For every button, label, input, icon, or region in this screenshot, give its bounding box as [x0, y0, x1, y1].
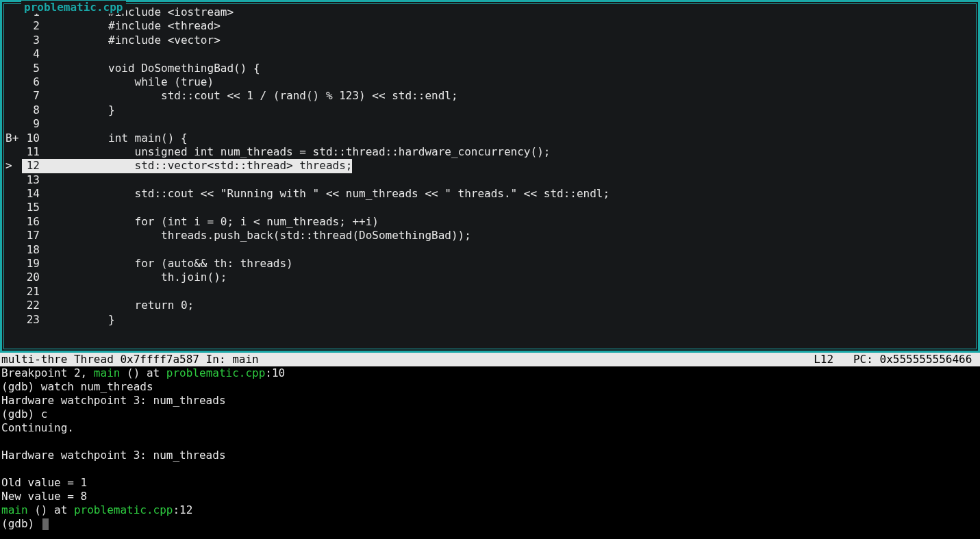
code-line[interactable]: >12 std::vector<std::thread> threads; [4, 159, 976, 173]
code-text: for (int i = 0; i < num_threads; ++i) [47, 215, 976, 229]
line-number: 18 [22, 243, 47, 257]
line-number: 20 [22, 271, 47, 284]
line-number: 13 [22, 173, 47, 187]
code-line[interactable]: 18 [4, 243, 976, 257]
gutter-mark [4, 103, 22, 117]
status-bar: multi-thre Thread 0x7ffff7a587 In: main … [0, 353, 980, 366]
gutter-mark [4, 257, 22, 271]
code-text: std::cout << "Running with " << num_thre… [47, 187, 976, 201]
line-number: 3 [22, 34, 47, 47]
code-text: for (auto&& th: threads) [47, 257, 976, 271]
code-text [47, 47, 976, 61]
gdb-line [1, 462, 979, 476]
source-pane: problematic.cpp 1#include <iostream>2#in… [0, 0, 980, 353]
code-text [47, 285, 976, 299]
gutter-mark [4, 243, 22, 257]
code-line[interactable]: 9 [4, 117, 976, 131]
gdb-line: Breakpoint 2, main () at problematic.cpp… [1, 366, 979, 380]
line-number: 23 [22, 313, 47, 327]
code-line[interactable]: 19 for (auto&& th: threads) [4, 257, 976, 271]
gutter-mark: B+ [4, 131, 22, 145]
line-number: 7 [22, 89, 47, 103]
gutter-mark [4, 19, 22, 33]
gutter-mark [4, 271, 22, 284]
line-number: 5 [22, 62, 47, 75]
code-text: threads.push_back(std::thread(DoSomethin… [47, 229, 976, 242]
code-line[interactable]: 6 while (true) [4, 75, 976, 89]
line-number: 2 [22, 19, 47, 33]
gutter-mark [4, 187, 22, 201]
code-line[interactable]: 20 th.join(); [4, 271, 976, 284]
code-line[interactable]: 17 threads.push_back(std::thread(DoSomet… [4, 229, 976, 242]
line-number: 14 [22, 187, 47, 201]
code-line[interactable]: 3#include <vector> [4, 34, 976, 47]
code-line[interactable]: 21 [4, 285, 976, 299]
gutter-mark [4, 229, 22, 242]
code-line[interactable]: 7 std::cout << 1 / (rand() % 123) << std… [4, 89, 976, 103]
line-number: 19 [22, 257, 47, 271]
gutter-mark [4, 285, 22, 299]
gutter-mark [4, 89, 22, 103]
code-line[interactable]: 14 std::cout << "Running with " << num_t… [4, 187, 976, 201]
gutter-mark [4, 299, 22, 312]
code-line[interactable]: 5void DoSomethingBad() { [4, 62, 976, 75]
line-number: 21 [22, 285, 47, 299]
line-number: 22 [22, 299, 47, 312]
line-number: 12 [22, 159, 47, 173]
gdb-line: Old value = 1 [1, 476, 979, 490]
gutter-mark [4, 62, 22, 75]
code-line[interactable]: 22 return 0; [4, 299, 976, 312]
code-line[interactable]: 13 [4, 173, 976, 187]
gutter-mark [4, 313, 22, 327]
gdb-line: Continuing. [1, 421, 979, 435]
code-text: } [47, 103, 976, 117]
code-line[interactable]: 1#include <iostream> [4, 5, 976, 19]
gutter-mark: > [4, 159, 22, 173]
code-text: unsigned int num_threads = std::thread::… [47, 145, 976, 159]
code-body[interactable]: 1#include <iostream>2#include <thread>3#… [4, 5, 976, 327]
line-number: 9 [22, 117, 47, 131]
code-text: #include <thread> [47, 19, 976, 33]
code-text: std::vector<std::thread> threads; [47, 159, 352, 173]
code-line[interactable]: 4 [4, 47, 976, 61]
gdb-prompt-line[interactable]: (gdb) [1, 517, 979, 531]
code-line[interactable]: 2#include <thread> [4, 19, 976, 33]
line-number: 6 [22, 75, 47, 89]
code-line[interactable]: 16 for (int i = 0; i < num_threads; ++i) [4, 215, 976, 229]
line-number: 16 [22, 215, 47, 229]
gutter-mark [4, 173, 22, 187]
gutter-mark [4, 5, 22, 19]
gutter-mark [4, 201, 22, 214]
gutter-mark [4, 145, 22, 159]
gdb-line: (gdb) c [1, 408, 979, 421]
line-number: 8 [22, 103, 47, 117]
gutter-mark [4, 75, 22, 89]
code-line[interactable]: 8} [4, 103, 976, 117]
code-text [47, 243, 976, 257]
line-number: 10 [22, 131, 47, 145]
gdb-line: (gdb) watch num_threads [1, 380, 979, 394]
code-text: while (true) [47, 75, 976, 89]
code-text: } [47, 313, 976, 327]
code-line[interactable]: B+10int main() { [4, 131, 976, 145]
code-text: return 0; [47, 299, 976, 312]
source-inner: 1#include <iostream>2#include <thread>3#… [3, 3, 977, 349]
gdb-line: Hardware watchpoint 3: num_threads [1, 449, 979, 462]
code-text [47, 117, 976, 131]
code-text [47, 201, 976, 214]
gdb-output[interactable]: Breakpoint 2, main () at problematic.cpp… [0, 366, 980, 531]
gutter-mark [4, 47, 22, 61]
gutter-mark [4, 117, 22, 131]
code-text [47, 173, 976, 187]
status-left: multi-thre Thread 0x7ffff7a587 In: main [1, 353, 814, 366]
line-number: 17 [22, 229, 47, 242]
code-line[interactable]: 11 unsigned int num_threads = std::threa… [4, 145, 976, 159]
gdb-line [1, 435, 979, 449]
gdb-line: Hardware watchpoint 3: num_threads [1, 394, 979, 408]
code-line[interactable]: 15 [4, 201, 976, 214]
code-text: int main() { [47, 131, 976, 145]
code-line[interactable]: 23} [4, 313, 976, 327]
code-text: #include <iostream> [47, 5, 976, 19]
line-number: 4 [22, 47, 47, 61]
gdb-line: New value = 8 [1, 490, 979, 503]
